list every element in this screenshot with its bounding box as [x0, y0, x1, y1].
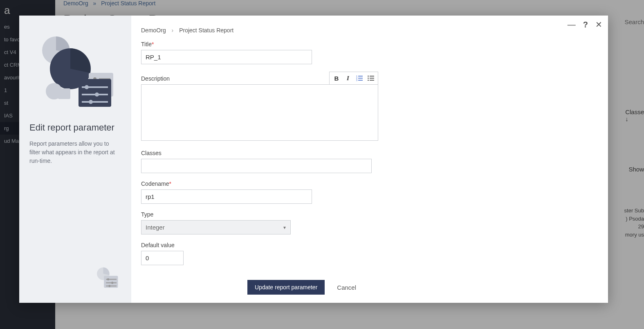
- type-select[interactable]: [141, 220, 291, 234]
- type-field-row: Type ▾: [141, 211, 598, 234]
- edit-report-parameter-modal: Edit report parameter Report parameters …: [19, 16, 608, 303]
- breadcrumb-org[interactable]: DemoOrg: [141, 27, 166, 34]
- svg-text:3: 3: [356, 79, 357, 81]
- svg-point-37: [368, 80, 369, 81]
- description-field-row: Description B I 123: [141, 72, 598, 142]
- rich-text-toolbar: B I 123: [329, 72, 378, 84]
- classes-input[interactable]: [141, 159, 372, 173]
- bold-icon[interactable]: B: [333, 74, 340, 82]
- breadcrumb-page[interactable]: Project Status Report: [179, 27, 233, 34]
- modal-footer: Update report parameter Cancel: [247, 280, 598, 295]
- minimize-icon[interactable]: —: [568, 20, 576, 29]
- update-report-parameter-button[interactable]: Update report parameter: [247, 280, 325, 295]
- default-value-field-row: Default value: [141, 242, 598, 265]
- italic-icon[interactable]: I: [344, 74, 352, 82]
- modal-main: — ? ✕ DemoOrg › Project Status Report Ti…: [131, 16, 608, 303]
- cancel-button[interactable]: Cancel: [337, 284, 356, 291]
- type-label: Type: [141, 211, 598, 218]
- svg-point-36: [368, 78, 369, 79]
- classes-field-row: Classes: [141, 150, 598, 173]
- classes-label: Classes: [141, 150, 598, 156]
- modal-window-controls: — ? ✕: [568, 20, 602, 29]
- codename-input[interactable]: [141, 189, 312, 204]
- modal-graphic-bottom-icon: [29, 266, 121, 291]
- codename-label: Codename*: [141, 180, 598, 187]
- title-label: Title*: [141, 41, 598, 47]
- codename-field-row: Codename*: [141, 180, 598, 204]
- description-input[interactable]: [141, 84, 378, 141]
- svg-rect-17: [58, 88, 70, 99]
- modal-graphic-icon: [29, 28, 121, 110]
- modal-sidebar: Edit report parameter Report parameters …: [19, 16, 131, 303]
- chevron-right-icon: ›: [172, 27, 174, 34]
- svg-point-35: [368, 76, 369, 77]
- modal-breadcrumb: DemoOrg › Project Status Report: [141, 27, 598, 34]
- default-value-input[interactable]: [141, 251, 184, 265]
- title-field-row: Title*: [141, 41, 598, 64]
- modal-subtitle: Report parameters allow you to filter wh…: [29, 140, 121, 165]
- close-icon[interactable]: ✕: [595, 20, 602, 29]
- ordered-list-icon[interactable]: 123: [356, 74, 363, 82]
- help-icon[interactable]: ?: [583, 20, 588, 29]
- title-input[interactable]: [141, 50, 312, 64]
- description-label: Description: [141, 75, 170, 82]
- default-value-label: Default value: [141, 242, 598, 248]
- modal-title: Edit report parameter: [29, 122, 121, 133]
- unordered-list-icon[interactable]: [367, 74, 375, 82]
